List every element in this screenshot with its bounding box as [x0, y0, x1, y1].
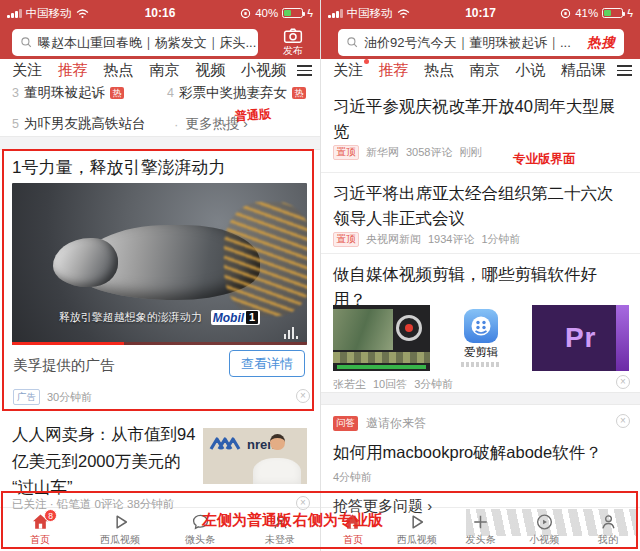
hot-text: 为吓男友跳高铁站台	[24, 115, 146, 133]
charging-bolt-icon: ϟ	[627, 8, 633, 19]
hot-rank: 4	[167, 86, 174, 100]
search-input[interactable]: 油价92号汽今天｜董明珠被起诉｜... 热搜	[338, 29, 624, 56]
premiere-logo-text: Pr	[565, 322, 597, 354]
tab-novel[interactable]: 小说	[515, 61, 545, 80]
nav-profile[interactable]: 我的	[576, 508, 640, 551]
hot-search-button[interactable]: 热搜	[587, 34, 616, 52]
channel-tabs: 关注 推荐 热点 南京 视频 小视频	[0, 59, 320, 82]
tab-follow[interactable]: 关注	[12, 61, 42, 80]
comment-count: 1934评论	[428, 232, 474, 247]
tab-premium-course[interactable]: 精品课	[561, 61, 606, 80]
orientation-lock-icon	[560, 8, 571, 19]
play-icon	[110, 512, 131, 532]
source: 央视网新闻	[366, 232, 421, 247]
signal-icon	[7, 9, 22, 18]
person-photo	[270, 434, 285, 450]
timestamp: 3分钟前	[414, 377, 453, 392]
search-query-text: 油价92号汽今天｜董明珠被起诉｜...	[364, 34, 571, 52]
timestamp: 刚刚	[459, 145, 481, 160]
camera-icon	[283, 27, 303, 44]
tab-recommend[interactable]: 推荐	[58, 61, 88, 80]
tab-nanjing[interactable]: 南京	[470, 61, 500, 80]
annotation-normal-version: 普通版	[234, 106, 271, 125]
search-bar-row: 油价92号汽今天｜董明珠被起诉｜... 热搜	[321, 26, 640, 59]
nav-post[interactable]: 发头条	[449, 508, 513, 551]
volume-equalizer-icon[interactable]	[284, 327, 298, 339]
nav-xigua-video[interactable]: 西瓜视频	[80, 508, 160, 551]
timestamp: 4分钟前	[333, 470, 372, 485]
hot-rank: 3	[12, 86, 19, 100]
channel-menu-icon[interactable]	[288, 59, 320, 82]
tab-hot[interactable]: 热点	[424, 61, 454, 80]
carrier-label: 中国移动	[26, 6, 72, 21]
screen-pro-version: 中国移动 10:17 41% ϟ 油价92号汽今天｜董明珠被起诉｜..	[320, 0, 640, 551]
ad-video-player[interactable]: 释放引擎超越想象的澎湃动力 Mobil 1	[12, 183, 307, 345]
hot-search-item[interactable]: 3 董明珠被起诉 热	[12, 84, 167, 102]
signal-icon	[328, 9, 343, 18]
tab-video[interactable]: 视频	[195, 61, 225, 80]
section-divider	[321, 392, 640, 405]
annotation-pro-interface: 专业版界面	[513, 151, 576, 168]
hot-search-item[interactable]: 4 彩票中奖抛妻弃女 热	[167, 84, 306, 102]
status-bar: 中国移动 10:16 40% ϟ	[0, 0, 320, 26]
charging-bolt-icon: ϟ	[307, 8, 313, 19]
dot-separator: ·	[174, 117, 179, 132]
status-bar: 中国移动 10:17 41% ϟ	[321, 0, 640, 26]
publish-button[interactable]: 发布	[272, 27, 314, 58]
tab-hot[interactable]: 热点	[104, 61, 134, 80]
nav-small-video[interactable]: 小视频	[512, 508, 576, 551]
dismiss-ad-icon[interactable]	[296, 389, 310, 403]
video-caption: 释放引擎超越想象的澎湃动力	[59, 310, 202, 325]
answer-count: 10回答	[373, 377, 407, 392]
article-meta: 置顶 央视网新闻 1934评论 1分钟前	[333, 232, 521, 247]
dismiss-qa-icon[interactable]	[616, 414, 630, 428]
article-title[interactable]: 习近平将出席亚太经合组织第二十六次领导人非正式会议	[333, 181, 627, 231]
plus-icon	[470, 512, 491, 532]
person-icon	[598, 512, 619, 532]
annotation-left-is-normal: 左侧为普通版	[202, 511, 292, 530]
tab-nanjing[interactable]: 南京	[149, 61, 179, 80]
video-progress-bar[interactable]	[12, 342, 307, 345]
qa-badge: 问答	[333, 416, 358, 431]
hot-badge: 热	[292, 87, 306, 99]
qa-question[interactable]: 如何用macbookpro破解abode软件？	[333, 440, 627, 465]
orientation-lock-icon	[240, 8, 251, 19]
search-input[interactable]: 曝赵本山重回春晚｜杨紫发文｜床头...	[12, 29, 258, 56]
small-video-icon	[534, 512, 555, 532]
battery-icon	[602, 8, 623, 18]
divider	[321, 253, 640, 254]
dismiss-article-icon[interactable]	[296, 496, 310, 510]
hot-rank: 5	[12, 117, 19, 131]
ad-cta-button[interactable]: 查看详情	[229, 350, 305, 377]
dismiss-article-icon[interactable]	[616, 375, 630, 389]
article-title[interactable]: 人人网卖身：从市值到94亿美元到2000万美元的“过山车”	[12, 421, 196, 501]
record-dial-icon	[396, 315, 422, 341]
tab-follow[interactable]: 关注	[333, 61, 363, 80]
app-url-text	[461, 362, 501, 367]
tab-recommend[interactable]: 推荐	[379, 61, 409, 80]
renren-logo-icon	[208, 436, 246, 451]
source: 张若尘	[333, 377, 366, 392]
search-icon	[20, 36, 33, 49]
pinned-badge: 置顶	[333, 145, 359, 160]
article-meta: 已关注 · 铅笔道 0评论 38分钟前	[12, 497, 174, 512]
ad-title[interactable]: 1号力量，释放引擎澎湃动力	[12, 156, 225, 179]
carrier-label: 中国移动	[347, 6, 393, 21]
search-icon	[346, 36, 359, 49]
gold-mechanical-parts	[224, 202, 307, 315]
channel-menu-icon[interactable]	[608, 59, 640, 82]
film-reel-icon	[464, 309, 498, 343]
ad-timestamp: 30分钟前	[47, 390, 92, 405]
hot-search-item[interactable]: 5 为吓男友跳高铁站台	[12, 115, 167, 133]
annotation-right-is-pro: 右侧为专业版	[293, 511, 383, 530]
article-title[interactable]: 习近平参观庆祝改革开放40周年大型展览	[333, 94, 627, 144]
nav-home[interactable]: 首页 8	[0, 508, 80, 551]
pinned-badge: 置顶	[333, 232, 359, 247]
qa-header: 问答 邀请你来答	[333, 415, 426, 432]
hot-text: 彩票中奖抛妻弃女	[179, 84, 287, 102]
mobil-logo: Mobil 1	[211, 310, 260, 325]
premiere-app-tile: Pr	[532, 305, 629, 371]
app-name-label: 爱剪辑	[464, 345, 499, 360]
tab-small-video[interactable]: 小视频	[241, 61, 286, 80]
comparison-screenshot: 中国移动 10:16 40% ϟ 曝赵本山重回春晚｜杨紫发文｜床头..	[0, 0, 640, 551]
